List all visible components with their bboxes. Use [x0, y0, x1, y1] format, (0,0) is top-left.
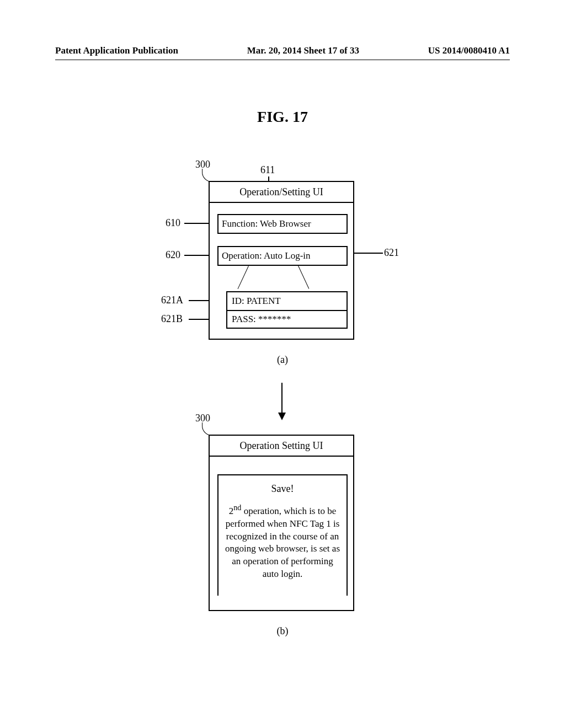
ref-610: 610: [166, 217, 180, 229]
page-header: Patent Application Publication Mar. 20, …: [55, 45, 510, 56]
operation-sub-leader: [248, 266, 298, 291]
arrow-stem: [281, 383, 282, 414]
header-left: Patent Application Publication: [55, 45, 178, 56]
operation-row: Operation: Auto Log-in: [217, 246, 348, 266]
ref-621A: 621A: [161, 295, 183, 306]
leader-300-a: [202, 169, 214, 182]
function-row: Function: Web Browser: [217, 214, 348, 234]
panel-a-divider: [210, 202, 353, 203]
message-box: Save! 2nd operation, which is to be perf…: [217, 474, 348, 596]
panel-b-divider: [210, 456, 353, 457]
header-rule: [55, 60, 510, 60]
ref-621: 621: [384, 247, 399, 259]
panel-b-title: Operation Setting UI: [210, 440, 353, 452]
caption-a: (a): [0, 354, 565, 366]
message-body: 2nd operation, which is to be performed …: [224, 502, 341, 581]
figure-title: FIG. 17: [0, 108, 565, 126]
pass-row: PASS: *******: [226, 310, 348, 329]
id-row: ID: PATENT: [226, 291, 348, 310]
header-center: Mar. 20, 2014 Sheet 17 of 33: [247, 45, 359, 56]
panel-a-title: Operation/Setting UI: [210, 186, 353, 198]
ref-620: 620: [166, 249, 180, 261]
panel-a: Operation/Setting UI Function: Web Brows…: [209, 181, 354, 340]
header-right: US 2014/0080410 A1: [428, 45, 510, 56]
ref-621B: 621B: [161, 313, 183, 325]
ref-611: 611: [260, 164, 275, 176]
save-heading: Save!: [224, 483, 341, 495]
caption-b: (b): [0, 625, 565, 637]
leader-300-b: [202, 422, 214, 436]
panel-b: Operation Setting UI Save! 2nd operation…: [209, 435, 354, 611]
arrow-head-icon: [278, 413, 286, 420]
